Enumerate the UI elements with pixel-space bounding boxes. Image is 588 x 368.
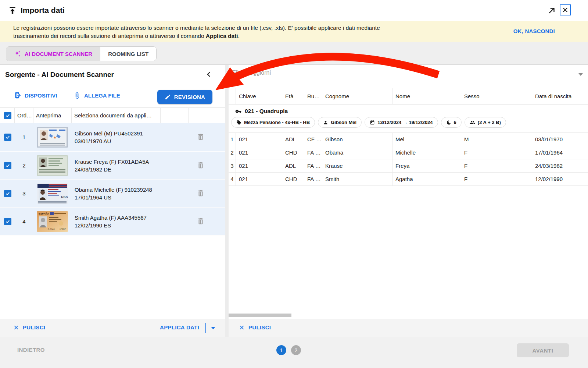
row-order: 2 — [15, 162, 33, 169]
clear-stays-button[interactable]: PULISCI — [239, 324, 271, 330]
document-thumbnail-es-id[interactable]: ESPAÑAJ. Oga176567 — [37, 211, 68, 232]
document-row-4[interactable]: 4 ESPAÑAJ. Oga176567 Smith Agatha (F) AA… — [0, 208, 225, 236]
document-thumbnail-au-passport[interactable] — [37, 127, 68, 148]
page-title: Importa dati — [21, 6, 65, 15]
next-button[interactable]: AVANTI — [517, 343, 569, 357]
cell-eta: ADL — [282, 133, 304, 146]
source-panel: Sorgente - AI Document Scanner DISPOSITI… — [0, 65, 225, 337]
svg-text:J. Oga: J. Oga — [48, 227, 55, 230]
delete-document-button[interactable] — [196, 217, 205, 226]
cell-cognome: Obama — [322, 146, 392, 159]
trash-icon — [197, 133, 205, 141]
delete-document-button[interactable] — [196, 161, 205, 170]
cell-rownum: 2 — [229, 146, 236, 159]
panel-divider[interactable] — [225, 65, 229, 337]
wizard-footer: INDIETRO 1 2 AVANTI — [0, 337, 588, 368]
dates-chip[interactable]: 13/12/2024 → 19/12/2024 — [365, 117, 438, 128]
cell-nascita: 24/03/1982 — [532, 159, 588, 172]
cell-sesso: F — [461, 159, 532, 172]
source-table-header: Ord… Anteprima Seleziona documenti da ap… — [0, 107, 225, 123]
source-panel-title: Sorgente - AI Document Scanner — [5, 71, 114, 79]
column-header-ord[interactable]: Ord… — [15, 108, 33, 123]
document-row-1[interactable]: 1 Gibson Mel (M) PU450239103/01/1970 AU — [0, 123, 225, 151]
column-header-empty — [189, 108, 225, 123]
clear-source-button[interactable]: PULISCI — [13, 324, 45, 330]
column-header-ruolo[interactable]: Ru… — [304, 88, 322, 104]
apply-split-divider — [205, 323, 206, 333]
nights-chip[interactable]: 6 — [441, 117, 462, 128]
column-header-nascita[interactable]: Data di nascita — [532, 88, 588, 104]
document-description: Gibson Mel (M) PU450239103/01/1970 AU — [75, 130, 143, 145]
tab-group: AI DOCUMENT SCANNER ROOMING LIST — [6, 46, 157, 61]
trash-icon — [197, 217, 205, 225]
step-2-dot[interactable]: 2 — [291, 345, 301, 355]
check-icon — [5, 163, 10, 168]
calendar-icon — [370, 120, 375, 125]
apply-data-button[interactable]: APPLICA DATI — [160, 324, 199, 330]
tab-label: ROOMING LIST — [108, 51, 148, 57]
filter-stays-input[interactable] — [232, 70, 570, 76]
column-header-seleziona[interactable]: Seleziona documenti da appli… — [72, 108, 161, 123]
paperclip-icon — [74, 92, 81, 99]
column-header-anteprima[interactable]: Anteprima — [33, 108, 72, 123]
row-checkbox[interactable] — [4, 218, 11, 225]
delete-document-button[interactable] — [196, 189, 205, 198]
row-checkbox[interactable] — [4, 134, 11, 141]
stay-row-4[interactable]: 4 021 CHD FA … Smith Agatha F 12/02/1990 — [229, 173, 588, 186]
row-checkbox[interactable] — [4, 162, 11, 169]
source-panel-footer: PULISCI APPLICA DATI — [0, 319, 225, 337]
stay-row-3[interactable]: 3 021 ADL FA … Krause Freya F 24/03/1982 — [229, 159, 588, 173]
cell-nascita: 03/01/1970 — [532, 133, 588, 146]
devices-button[interactable]: DISPOSITIVI — [14, 92, 57, 99]
back-button[interactable]: INDIETRO — [17, 347, 45, 353]
device-export-icon — [14, 92, 21, 99]
cell-ruolo: FA … — [304, 173, 322, 185]
document-row-3[interactable]: 3 USA Obama Michelle (F) 91023924817/01/… — [0, 180, 225, 208]
stay-chips-row: Mezza Pensione - 4x-HB - HB Gibson Mel 1… — [231, 117, 506, 128]
collapse-panel-icon[interactable] — [204, 70, 213, 79]
guest-chip[interactable]: Gibson Mel — [318, 117, 362, 128]
step-1-dot[interactable]: 1 — [276, 345, 286, 355]
expand-icon[interactable] — [547, 6, 556, 15]
svg-text:176567: 176567 — [60, 228, 66, 230]
column-header-cognome[interactable]: Cognome — [322, 88, 392, 104]
select-all-checkbox[interactable] — [4, 112, 11, 119]
document-thumbnail-de-id[interactable] — [37, 155, 68, 176]
column-header-sesso[interactable]: Sesso — [461, 88, 532, 104]
horizontal-scrollbar[interactable] — [229, 314, 291, 317]
review-button[interactable]: REVISIONA — [157, 90, 212, 104]
upload-icon — [8, 6, 17, 15]
dismiss-banner-button[interactable]: OK, NASCONDI — [513, 28, 555, 34]
clear-x-icon — [13, 325, 19, 330]
column-header-chiave[interactable]: Chiave — [236, 88, 282, 104]
column-header-nome[interactable]: Nome — [392, 88, 461, 104]
attach-file-button[interactable]: ALLEGA FILE — [74, 92, 120, 99]
cell-chiave: 021 — [236, 159, 282, 172]
title-bar: Importa dati — [0, 0, 588, 21]
column-header-eta[interactable]: Età — [282, 88, 304, 104]
document-thumbnail-us-passport[interactable]: USA — [37, 183, 68, 204]
filter-dropdown-caret-icon[interactable] — [578, 73, 583, 76]
close-button[interactable] — [560, 4, 571, 15]
cell-nome: Agatha — [392, 173, 461, 185]
info-banner-text: Le registrazioni possono essere importat… — [13, 24, 380, 40]
delete-document-button[interactable] — [196, 133, 205, 142]
document-row-2[interactable]: 2 Krause Freya (F) FX01ADA5A24/03/1982 D… — [0, 152, 225, 180]
tab-rooming-list[interactable]: ROOMING LIST — [100, 47, 156, 61]
row-checkbox[interactable] — [4, 190, 11, 197]
apply-dropdown-caret-icon[interactable] — [211, 327, 215, 329]
cell-eta: CHD — [282, 146, 304, 159]
select-all-cell — [0, 108, 15, 123]
devices-button-label: DISPOSITIVI — [25, 92, 57, 99]
pax-chip[interactable]: (2 A + 2 B) — [465, 117, 506, 128]
cell-rownum: 4 — [229, 173, 236, 185]
clear-source-label: PULISCI — [23, 324, 45, 330]
document-description: Smith Agatha (F) AAA34556712/02/1990 ES — [75, 214, 147, 229]
tag-icon — [236, 120, 241, 125]
stay-row-2[interactable]: 2 021 CHD FA … Obama Michelle F 17/01/19… — [229, 146, 588, 159]
board-chip[interactable]: Mezza Pensione - 4x-HB - HB — [231, 117, 315, 128]
row-order: 1 — [15, 134, 33, 140]
tab-ai-document-scanner[interactable]: AI DOCUMENT SCANNER — [6, 47, 100, 61]
svg-text:ESPAÑA: ESPAÑA — [39, 212, 49, 215]
stay-row-1[interactable]: 1 021 ADL CF … Gibson Mel M 03/01/1970 — [229, 133, 588, 146]
